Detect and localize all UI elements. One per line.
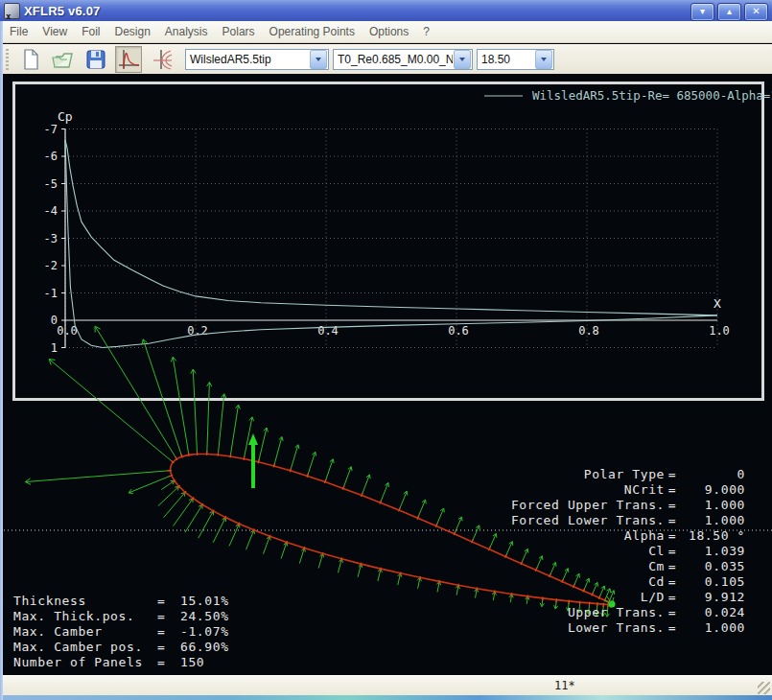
open-folder-icon: [52, 49, 75, 70]
foil-properties-panel: Thickness=15.01%Max. Thick.pos.=24.50%Ma…: [13, 594, 282, 670]
alpha-select-value: 18.50: [478, 53, 534, 66]
new-file-icon: [21, 49, 40, 70]
menu-item-polars[interactable]: Polars: [222, 25, 255, 38]
xflr5-window: XFLR5 v6.07 ▾ ▴ ✕ FileViewFoilDesignAnal…: [0, 0, 772, 700]
info-row: Cl=1.039: [355, 544, 745, 559]
window-bottom-edge: [0, 695, 772, 700]
new-file-button[interactable]: [17, 46, 44, 73]
close-button[interactable]: ✕: [744, 3, 768, 21]
info-row: L/D=9.912: [355, 590, 745, 605]
info-row: Max. Thick.pos.=24.50%: [13, 609, 282, 624]
title-bar[interactable]: XFLR5 v6.07 ▾ ▴ ✕: [0, 0, 772, 21]
window-title: XFLR5 v6.07: [24, 4, 101, 18]
info-row: Number of Panels=150: [13, 655, 282, 670]
alpha-select[interactable]: 18.50: [477, 49, 554, 70]
save-file-button[interactable]: [82, 46, 109, 73]
status-message: 11*: [554, 679, 575, 692]
cp-graph-icon: [117, 48, 140, 71]
info-row: Thickness=15.01%: [13, 594, 282, 609]
chevron-down-icon[interactable]: [535, 50, 552, 69]
info-row: Forced Upper Trans.=1.000: [355, 498, 745, 513]
menu-item-foil[interactable]: Foil: [82, 25, 100, 38]
menu-item--[interactable]: ?: [423, 25, 430, 38]
cp-plot-frame: [12, 82, 764, 401]
menu-item-options[interactable]: Options: [369, 25, 409, 38]
window-left-edge: [0, 21, 3, 700]
info-row: Polar Type=0: [355, 467, 745, 482]
operating-point-panel: Polar Type=0NCrit=9.000Forced Upper Tran…: [355, 467, 745, 636]
menu-bar: FileViewFoilDesignAnalysisPolarsOperatin…: [0, 21, 772, 43]
info-row: Upper Trans.=0.024: [355, 605, 745, 620]
foil-select-value: WilsledAR5.5tip: [186, 53, 309, 66]
info-row: Forced Lower Trans.=1.000: [355, 513, 745, 528]
info-row: Alpha=18.50 °: [355, 528, 745, 544]
status-bar: 11*: [0, 675, 772, 696]
polar-select[interactable]: T0_Re0.685_M0.00_N9.0: [333, 49, 473, 70]
polar-view-button[interactable]: [148, 46, 175, 73]
tool-bar: WilsledAR5.5tip T0_Re0.685_M0.00_N9.0 18…: [0, 44, 772, 74]
info-row: Cm=0.035: [355, 559, 745, 574]
foil-select[interactable]: WilsledAR5.5tip: [185, 49, 329, 70]
chevron-down-icon[interactable]: [310, 50, 327, 69]
save-floppy-icon: [85, 49, 106, 70]
menu-item-view[interactable]: View: [42, 25, 67, 38]
cp-view-button[interactable]: [115, 46, 142, 73]
menu-item-file[interactable]: File: [10, 25, 28, 38]
menu-item-design[interactable]: Design: [114, 25, 150, 38]
app-icon: [4, 3, 20, 19]
polar-select-value: T0_Re0.685_M0.00_N9.0: [334, 53, 453, 66]
polar-graph-icon: [150, 48, 173, 71]
info-row: Max. Camber=-1.07%: [13, 624, 282, 640]
open-file-button[interactable]: [50, 46, 77, 73]
resize-grip[interactable]: [758, 682, 770, 694]
info-row: Cd=0.105: [355, 574, 745, 590]
maximize-button[interactable]: ▴: [717, 3, 741, 21]
info-row: Max. Camber pos.=66.90%: [13, 640, 282, 655]
toolbar-drag-handle[interactable]: [6, 49, 9, 70]
minimize-button[interactable]: ▾: [690, 3, 714, 21]
info-row: NCrit=9.000: [355, 482, 745, 498]
menu-item-operating-points[interactable]: Operating Points: [269, 25, 355, 38]
menu-item-analysis[interactable]: Analysis: [165, 25, 208, 38]
chevron-down-icon[interactable]: [454, 50, 471, 69]
info-row: Lower Trans.=1.000: [355, 620, 745, 636]
